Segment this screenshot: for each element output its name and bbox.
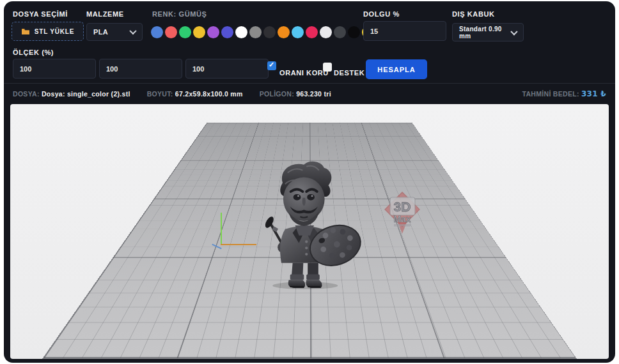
status-file-label: DOSYA:: [13, 90, 40, 98]
status-size-value: 67.2x59.8x100.0 mm: [175, 90, 243, 98]
color-swatch[interactable]: [207, 26, 219, 38]
color-swatch[interactable]: [221, 26, 233, 38]
color-swatch[interactable]: [292, 26, 304, 38]
file-section-label: DOSYA SEÇİMİ: [13, 10, 68, 18]
status-price-value: 331 ₺: [581, 89, 606, 98]
color-swatch[interactable]: [348, 26, 360, 38]
status-price: TAHMİNİ BEDEL: 331 ₺: [522, 89, 606, 98]
color-swatch[interactable]: [235, 26, 247, 38]
color-swatch[interactable]: [179, 26, 191, 38]
status-file-value: Dosya: single_color (2).stl: [42, 90, 130, 98]
stl-upload-button[interactable]: STL YÜKLE: [12, 22, 84, 41]
axis-y-line: [221, 213, 222, 244]
scale-x-input[interactable]: [13, 59, 96, 79]
color-label: RENK: GÜMÜŞ: [152, 10, 207, 18]
viewport-3d[interactable]: 3D Max: [10, 104, 609, 359]
calculate-button[interactable]: HESAPLA: [366, 59, 427, 79]
status-file: DOSYA: Dosya: single_color (2).stl: [13, 90, 130, 98]
color-swatch[interactable]: [263, 26, 276, 38]
status-size: BOYUT: 67.2x59.8x100.0 mm: [147, 90, 243, 98]
status-polygon-label: POLİGON:: [260, 90, 294, 98]
model-figurine[interactable]: [253, 159, 374, 291]
support-checkbox[interactable]: [323, 63, 332, 72]
scale-y-input[interactable]: [99, 59, 182, 79]
material-label: MALZEME: [86, 10, 124, 18]
watermark-3dmax: 3D Max: [382, 189, 423, 238]
status-polygon: POLİGON: 963.230 tri: [260, 90, 331, 98]
app-window: DOSYA SEÇİMİ STL YÜKLE MALZEME PLA RENK:…: [4, 1, 615, 363]
keep-ratio-checkbox[interactable]: [267, 61, 276, 70]
chevron-down-icon: [129, 27, 136, 34]
status-price-label: TAHMİNİ BEDEL:: [522, 90, 579, 98]
color-swatch[interactable]: [249, 26, 262, 38]
material-value: PLA: [93, 28, 108, 36]
axis-x-line: [221, 244, 256, 245]
color-swatch[interactable]: [278, 26, 290, 38]
shell-label: DIŞ KABUK: [452, 10, 495, 18]
color-swatch[interactable]: [151, 26, 163, 38]
status-size-label: BOYUT:: [147, 90, 173, 98]
status-polygon-value: 963.230 tri: [296, 90, 331, 98]
infill-label: DOLGU %: [363, 10, 400, 18]
scale-label: ÖLÇEK (%): [13, 49, 54, 56]
watermark-text-max: Max: [393, 214, 411, 224]
support-label: DESTEK: [334, 69, 364, 77]
status-bar: DOSYA: Dosya: single_color (2).stl BOYUT…: [4, 83, 615, 104]
color-swatch[interactable]: [334, 26, 346, 38]
material-select[interactable]: PLA: [86, 23, 143, 41]
keep-ratio-label: ORANI KORU: [279, 69, 329, 77]
watermark-text-3d: 3D: [394, 199, 411, 214]
stl-upload-label: STL YÜKLE: [35, 28, 74, 35]
shell-value: Standart 0.90 mm: [459, 26, 512, 40]
folder-icon: [21, 28, 30, 35]
scale-z-input[interactable]: [185, 59, 269, 79]
color-swatch[interactable]: [193, 26, 205, 38]
shell-select[interactable]: Standart 0.90 mm: [452, 23, 524, 42]
color-swatch[interactable]: [320, 26, 332, 38]
infill-input[interactable]: [363, 21, 446, 41]
color-swatch[interactable]: [165, 26, 177, 38]
color-swatch[interactable]: [306, 26, 318, 38]
